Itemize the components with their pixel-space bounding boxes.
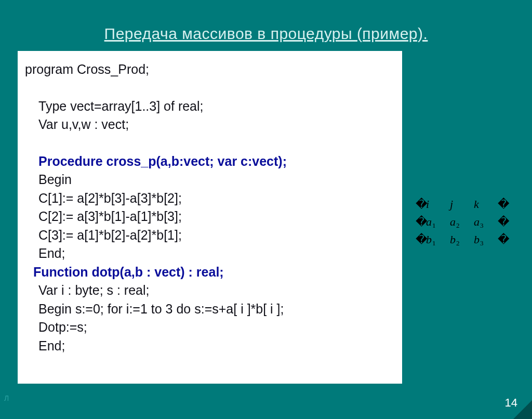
matrix-cell: i: [426, 198, 450, 211]
code-line: Begin: [25, 171, 395, 189]
code-line: Dotp:=s;: [25, 318, 395, 337]
code-line: End;: [25, 244, 395, 263]
broken-glyph: �: [498, 233, 508, 246]
code-line: C[3]:= a[1]*b[2]-a[2]*b[1];: [25, 226, 395, 245]
slide-title: Передача массивов в процедуры (пример).: [0, 0, 532, 43]
code-line: Type vect=array[1..3] of real;: [25, 97, 395, 116]
matrix-row: � b1 b2 b3 �: [416, 233, 508, 251]
code-line: C[2]:= a[3]*b[1]-a[1]*b[3];: [25, 207, 395, 226]
broken-glyph: �: [416, 215, 426, 229]
determinant-matrix: � i j k � � a1 a2 a3 � � b1 b2 b3 �: [416, 198, 508, 251]
matrix-cell: k: [474, 198, 498, 211]
broken-glyph: �: [416, 233, 426, 246]
broken-glyph: �: [498, 215, 508, 229]
matrix-cell: a3: [474, 215, 498, 229]
corner-fold-icon: [513, 400, 532, 419]
matrix-row: � a1 a2 a3 �: [416, 215, 508, 233]
code-line: program Cross_Prod;: [25, 60, 395, 79]
code-line-function: Function dotp(a,b : vect) : real;: [25, 263, 395, 282]
blank-line: [25, 134, 395, 152]
matrix-cell: b2: [450, 233, 474, 246]
matrix-cell: a1: [426, 215, 450, 229]
code-block: program Cross_Prod; Type vect=array[1..3…: [18, 51, 402, 384]
code-line: C[1]:= a[2]*b[3]-a[3]*b[2];: [25, 189, 395, 208]
blank-line: [25, 79, 395, 97]
matrix-row: � i j k �: [416, 198, 508, 215]
edge-marker: Л: [4, 394, 9, 402]
code-line: End;: [25, 337, 395, 356]
matrix-cell: b1: [426, 233, 450, 246]
matrix-cell: a2: [450, 215, 474, 229]
code-line: Var i : byte; s : real;: [25, 281, 395, 300]
code-line-procedure: Procedure cross_p(a,b:vect; var c:vect);: [25, 152, 395, 171]
matrix-cell: b3: [474, 233, 498, 246]
code-line: Begin s:=0; for i:=1 to 3 do s:=s+a[ i ]…: [25, 300, 395, 319]
broken-glyph: �: [416, 198, 426, 211]
matrix-cell: j: [450, 198, 474, 211]
code-line: Var u,v,w : vect;: [25, 115, 395, 134]
broken-glyph: �: [498, 198, 508, 211]
